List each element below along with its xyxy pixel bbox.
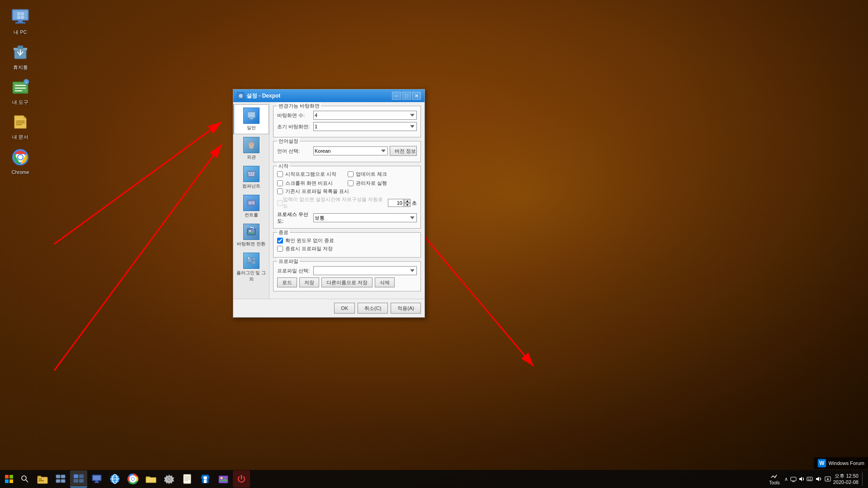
- process-priority-select[interactable]: 보통낮음높음실시간: [313, 213, 417, 222]
- ok-button[interactable]: OK: [334, 303, 355, 314]
- hotkeys-icon: [243, 166, 259, 182]
- profile-select[interactable]: [313, 266, 417, 275]
- checkbox-show-profiles-label: 기존시 프로파일 목록을 표시: [285, 188, 349, 195]
- chrome-icon: [9, 146, 31, 168]
- sidebar-item-appearance[interactable]: 외관: [233, 134, 269, 163]
- volume-icon[interactable]: [815, 475, 822, 483]
- spinner-up[interactable]: ▲: [404, 199, 410, 203]
- startup-section: 시작 시작프로그램으로 시작 업데이트 체크: [273, 166, 421, 229]
- initial-desktop-row: 초기 바탕화면: 1234: [277, 122, 417, 131]
- checkbox-startup-prog-input[interactable]: [277, 171, 283, 177]
- auto-load-checkbox[interactable]: [277, 200, 283, 206]
- network-tray-icon: [790, 476, 797, 482]
- show-desktop-button[interactable]: [862, 472, 864, 486]
- expand-tray[interactable]: ∧: [784, 476, 788, 482]
- input-method-icon[interactable]: A: [825, 476, 831, 482]
- desktop: 내 PC 휴지통 + 내 도구: [0, 0, 868, 488]
- taskbar-store[interactable]: [197, 470, 214, 488]
- recycle-icon: [9, 42, 31, 63]
- svg-rect-64: [74, 474, 78, 478]
- annotation-arrows: [0, 0, 868, 488]
- dialog-footer: OK 취소(C) 적용(A): [233, 299, 425, 317]
- checkbox-save-profile-input[interactable]: [277, 246, 283, 252]
- svg-rect-61: [61, 475, 65, 478]
- dialog-sidebar: 일반 외관: [233, 102, 269, 299]
- svg-point-20: [18, 155, 23, 160]
- profile-buttons: 로드 저장 다른이름으로 저장 삭제: [277, 277, 417, 287]
- maximize-button[interactable]: □: [402, 92, 411, 100]
- process-priority-label: 프로세스 우선도:: [277, 211, 313, 225]
- sidebar-label-hotkeys: 컴퍼넌트: [242, 183, 260, 189]
- desktop-icon-my-docs[interactable]: 내 문서: [2, 109, 38, 142]
- language-select[interactable]: KoreanEnglishGerman: [313, 146, 388, 155]
- taskbar-dexpot[interactable]: [70, 470, 87, 488]
- my-docs-icon: [9, 111, 31, 133]
- auto-load-row: 입력이 없으면 설정시간에 자르구성을 자동로드 ▲ ▼ 초: [277, 196, 417, 210]
- taskbar-monitor[interactable]: [88, 470, 105, 488]
- taskbar-settings[interactable]: [160, 470, 178, 488]
- checkbox-admin-run-input[interactable]: [348, 180, 354, 186]
- desktop-icon-my-pc[interactable]: 내 PC: [2, 5, 38, 37]
- svg-line-56: [26, 480, 28, 482]
- svg-rect-58: [38, 479, 42, 479]
- sidebar-item-plugins[interactable]: 플러그인 및 그 외: [233, 250, 269, 285]
- profile-save-as-button[interactable]: 다른이름으로 저장: [321, 277, 373, 287]
- exit-section: 종료 확인 윈도우 없이 종료 종료시 프로파일 저장: [273, 232, 421, 258]
- svg-rect-5: [15, 22, 25, 23]
- desktop-icon-recycle[interactable]: 휴지통: [2, 40, 38, 72]
- profile-save-button[interactable]: 저장: [299, 277, 319, 287]
- desktop-icon-my-tools[interactable]: + 내 도구: [2, 75, 38, 107]
- auto-load-input[interactable]: [388, 199, 404, 207]
- checkbox-admin-run-label: 관리자로 실행: [356, 180, 387, 187]
- svg-rect-27: [250, 118, 253, 119]
- checkbox-admin-run: 관리자로 실행: [348, 180, 417, 187]
- start-button[interactable]: [0, 470, 18, 488]
- general-icon: [243, 108, 259, 124]
- checkbox-confirm-exit-input[interactable]: [277, 238, 283, 244]
- titlebar-buttons: ─ □ ✕: [392, 92, 421, 100]
- language-section: 언어설정 언어 선택: KoreanEnglishGerman 버전 정보: [273, 141, 421, 162]
- taskbar-photos[interactable]: [215, 470, 232, 488]
- desktop-count-label: 바탕화면 수:: [277, 112, 313, 119]
- profile-load-button[interactable]: 로드: [277, 277, 297, 287]
- taskbar-power[interactable]: [233, 470, 250, 488]
- svg-rect-35: [253, 172, 255, 174]
- checkbox-update-check: 업데이트 체크: [348, 171, 417, 178]
- desktop-count-select[interactable]: 4 123 56789: [313, 111, 417, 120]
- desktop-icon-label-my-docs: 내 문서: [12, 134, 28, 140]
- profile-delete-button[interactable]: 삭제: [375, 277, 395, 287]
- taskbar-clock[interactable]: 오후 12:50 2020-02-08: [833, 473, 859, 486]
- search-button[interactable]: [18, 470, 32, 488]
- sidebar-item-wallpaper[interactable]: 바탕화면 전환: [233, 221, 269, 250]
- sidebar-label-wallpaper: 바탕화면 전환: [237, 241, 265, 247]
- sidebar-item-control[interactable]: 컨트롤: [233, 192, 269, 221]
- tools-area: Tools: [769, 473, 779, 485]
- svg-text:A: A: [826, 478, 829, 481]
- initial-desktop-select[interactable]: 1234: [313, 122, 417, 131]
- taskbar-notepad[interactable]: [179, 470, 196, 488]
- minimize-button[interactable]: ─: [392, 92, 401, 100]
- checkbox-show-profiles-input[interactable]: [277, 188, 283, 194]
- taskbar-ie[interactable]: [106, 470, 123, 488]
- checkbox-update-check-input[interactable]: [348, 171, 354, 177]
- spinner-down[interactable]: ▼: [404, 203, 410, 207]
- tray-icons: [790, 476, 813, 482]
- svg-rect-62: [56, 479, 60, 483]
- profile-select-label: 프로파일 선택:: [277, 267, 313, 274]
- taskbar-folder[interactable]: [142, 470, 160, 488]
- dialog-content: 변경가능 바탕화면 바탕화면 수: 4 123 56789: [269, 102, 425, 299]
- auto-load-unit: 초: [412, 200, 417, 206]
- sidebar-item-hotkeys[interactable]: 컴퍼넌트: [233, 163, 269, 192]
- desktop-icon-chrome[interactable]: Chrome: [2, 145, 38, 177]
- taskbar-task-view[interactable]: [52, 470, 69, 488]
- version-info-button[interactable]: 버전 정보: [390, 146, 417, 156]
- taskbar-file-explorer[interactable]: [34, 470, 51, 488]
- taskbar-chrome[interactable]: [124, 470, 142, 488]
- apply-button[interactable]: 적용(A): [391, 303, 421, 314]
- process-priority-row: 프로세스 우선도: 보통낮음높음실시간: [277, 211, 417, 225]
- checkbox-scrollwheel-input[interactable]: [277, 180, 283, 186]
- cancel-button[interactable]: 취소(C): [358, 303, 388, 314]
- close-button[interactable]: ✕: [412, 92, 421, 100]
- sidebar-item-general[interactable]: 일반: [233, 104, 269, 134]
- checkbox-save-profile: 종료시 프로파일 저장: [277, 245, 417, 252]
